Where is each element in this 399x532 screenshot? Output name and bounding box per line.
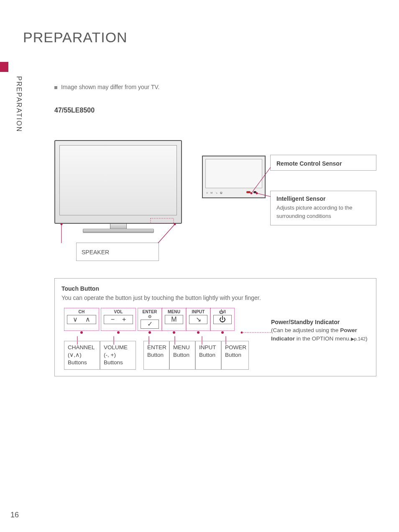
volume-buttons-group: VOL − + [101, 308, 136, 331]
note-text: Image shown may differ from your TV. [54, 84, 159, 90]
power-standby-indicator-callout: Power/Standby Indicator (Can be adjusted… [271, 318, 373, 343]
intelligent-sensor-callout: Intelligent Sensor Adjusts picture accor… [270, 191, 376, 225]
speaker-label: SPEAKER [82, 249, 159, 256]
input-icon: ↘ [196, 316, 201, 323]
intelligent-sensor-title: Intelligent Sensor [276, 195, 370, 202]
input-label-box: INPUT Button [195, 341, 221, 370]
channel-label-box: CHANNEL (∨,∧) Buttons [64, 341, 100, 370]
power-button-group: ⏻/I ⏻ [210, 308, 235, 331]
tv-diagram [54, 140, 182, 240]
bullet-icon [54, 86, 57, 89]
tv-screen [59, 145, 177, 215]
power-header: ⏻/I [213, 309, 232, 314]
remote-sensor-callout: Remote Control Sensor [270, 155, 376, 171]
power-indicator-title: Power/Standby Indicator [271, 318, 373, 326]
input-button-group: INPUT ↘ [186, 308, 210, 331]
channel-down-icon: ∨ [73, 316, 78, 323]
enter-header: ENTER ⊙ [141, 309, 159, 319]
vol-header: VOL [104, 309, 133, 314]
model-heading: 47/55LE8500 [54, 107, 95, 114]
enter-icon: ✓ [147, 321, 153, 327]
touch-button-desc: You can operate the button just by touch… [61, 294, 369, 301]
power-indicator-desc: (Can be adjusted using the Power Indicat… [271, 326, 373, 343]
input-header: INPUT [189, 309, 207, 314]
page-number: 16 [10, 511, 19, 519]
touch-button-title: Touch Button [61, 285, 369, 292]
volume-minus-icon: − [111, 316, 115, 323]
tv-bezel [54, 140, 182, 224]
power-icon: ⏻ [219, 316, 226, 323]
remote-sensor-dot [246, 191, 251, 193]
channel-buttons-group: CH ∨ ∧ [64, 308, 99, 331]
tv-detail-closeup: ∨ M ↘ ⏻ [202, 156, 266, 198]
menu-icon: M [171, 316, 176, 323]
page-title: PREPARATION [23, 29, 128, 46]
callout-lines [0, 0, 399, 532]
channel-up-icon: ∧ [85, 316, 90, 323]
menu-label-box: MENU Button [169, 341, 195, 370]
intelligent-sensor-dot [253, 191, 256, 193]
volume-plus-icon: + [122, 316, 126, 323]
tv-stand-neck [110, 224, 127, 229]
tv-stand-base [83, 229, 154, 233]
enter-button-group: ENTER ⊙ ✓ [138, 308, 162, 331]
remote-sensor-label: Remote Control Sensor [276, 160, 370, 167]
intelligent-sensor-desc: Adjusts picture according to the surroun… [276, 204, 370, 220]
power-label-box: POWER Button [221, 341, 249, 370]
ch-header: CH [67, 309, 96, 314]
menu-header: MENU [165, 309, 183, 314]
enter-label-box: ENTER Button [143, 341, 169, 370]
accent-bar [0, 62, 8, 72]
menu-button-group: MENU M [162, 308, 186, 331]
volume-label-box: VOLUME (-, +) Buttons [100, 341, 136, 370]
side-tab: PREPARATION [15, 76, 23, 132]
button-labels-row: CHANNEL (∨,∧) Buttons VOLUME (-, +) Butt… [64, 341, 369, 370]
note-content: Image shown may differ from your TV. [61, 84, 160, 90]
